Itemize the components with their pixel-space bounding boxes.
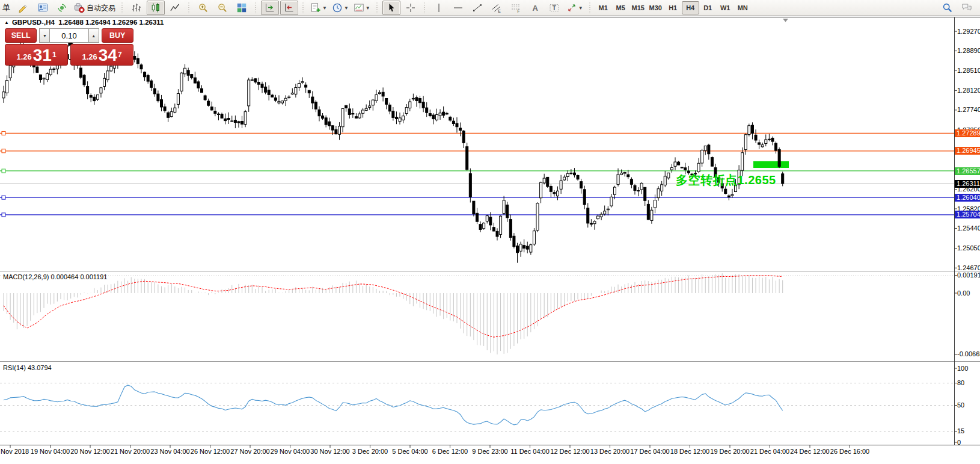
zoomin-icon xyxy=(198,2,209,13)
tf-h1[interactable]: H1 xyxy=(664,1,682,14)
mt4-window: 单自动交易▼▼▼EFAT▼M1M5M15M30H1H4D1W1MN ▲ GBPU… xyxy=(0,0,980,464)
search-icon xyxy=(942,2,953,13)
indicators-button[interactable]: ▼ xyxy=(308,1,329,15)
svg-text:A: A xyxy=(532,4,538,13)
cursor-button[interactable] xyxy=(382,1,400,15)
chart-symbol-period: GBPUSD-,H4 xyxy=(12,19,55,26)
bar-chart-button[interactable] xyxy=(127,1,145,15)
volume-decrease-button[interactable]: ▼ xyxy=(39,28,50,43)
vline-icon xyxy=(433,2,444,13)
ea-icon xyxy=(74,2,85,13)
chart-region: ▲ GBPUSD-,H4 1.26488 1.26494 1.26296 1.2… xyxy=(0,17,980,464)
tf-m1[interactable]: M1 xyxy=(595,1,612,14)
linechart-icon xyxy=(170,2,180,13)
vertical-line-button[interactable] xyxy=(430,1,448,15)
tf-m15[interactable]: M15 xyxy=(629,1,647,14)
channel-button[interactable]: E xyxy=(488,1,506,15)
chat-icon xyxy=(961,2,972,13)
autoscroll-icon xyxy=(265,2,275,13)
dropdown-caret-icon[interactable]: ▼ xyxy=(344,5,349,11)
buy-price-pips: 34 xyxy=(99,48,117,63)
svg-text:T: T xyxy=(553,5,556,11)
templates-button[interactable]: ▼ xyxy=(352,1,372,15)
clock-icon xyxy=(332,2,343,13)
indicators-icon xyxy=(310,2,321,13)
template-icon xyxy=(354,2,364,13)
chart-shift-button[interactable] xyxy=(280,1,298,15)
buy-price-point: 7 xyxy=(118,45,122,65)
volume-increase-button[interactable]: ▲ xyxy=(88,28,99,43)
terminal-button[interactable] xyxy=(34,1,52,15)
search-button[interactable] xyxy=(939,1,957,15)
toolbar-grip[interactable] xyxy=(588,2,592,14)
fibonacci-button[interactable]: F xyxy=(507,1,525,15)
label-icon: T xyxy=(549,2,560,13)
toolbar-grip[interactable] xyxy=(254,2,258,14)
label-button[interactable]: T xyxy=(545,1,563,15)
toolbar-cropped-text: 单 xyxy=(2,2,10,13)
signals-button[interactable] xyxy=(53,1,71,15)
arrows-icon xyxy=(566,2,577,13)
tf-mn[interactable]: MN xyxy=(734,1,752,14)
toolbar: 单自动交易▼▼▼EFAT▼M1M5M15M30H1H4D1W1MN xyxy=(0,0,980,16)
line-chart-button[interactable] xyxy=(166,1,184,15)
zoomout-icon xyxy=(217,2,228,13)
channel-icon: E xyxy=(491,2,502,13)
styles-button[interactable] xyxy=(14,1,32,15)
text-icon: A xyxy=(530,2,541,13)
chart-title-bar[interactable]: ▲ GBPUSD-,H4 1.26488 1.26494 1.26296 1.2… xyxy=(4,19,164,26)
buy-price-major: 1.26 xyxy=(82,51,97,63)
toolbar-grip[interactable] xyxy=(375,2,379,14)
tf-d1[interactable]: D1 xyxy=(699,1,717,14)
barchart-icon xyxy=(131,2,142,13)
terminal-icon xyxy=(37,2,48,13)
fibo-icon: F xyxy=(510,2,521,13)
buy-price-tile[interactable]: 1.26 34 7 xyxy=(70,44,133,66)
tiles-icon xyxy=(236,2,247,13)
sell-price-pips: 31 xyxy=(33,48,52,63)
arrows-button[interactable]: ▼ xyxy=(565,1,585,15)
dropdown-caret-icon[interactable]: ▼ xyxy=(322,5,327,11)
tf-h4[interactable]: H4 xyxy=(682,1,699,14)
cursor-icon xyxy=(386,2,397,13)
candles-icon xyxy=(150,2,161,13)
crosshair-icon xyxy=(405,2,416,13)
chart-canvas[interactable] xyxy=(0,17,980,464)
hline-icon xyxy=(453,2,464,13)
sell-button[interactable]: SELL xyxy=(5,28,37,43)
buy-button[interactable]: BUY xyxy=(102,28,133,43)
tf-w1[interactable]: W1 xyxy=(717,1,734,14)
chat-button[interactable] xyxy=(958,1,976,15)
horizontal-line-button[interactable] xyxy=(449,1,467,15)
text-button[interactable]: A xyxy=(526,1,544,15)
tf-m5[interactable]: M5 xyxy=(612,1,629,14)
signal-icon xyxy=(57,2,67,13)
trend-icon xyxy=(472,2,483,13)
crosshair-button[interactable] xyxy=(402,1,420,15)
svg-text:F: F xyxy=(517,9,519,13)
tf-m30[interactable]: M30 xyxy=(647,1,664,14)
toolbar-grip[interactable] xyxy=(120,2,124,14)
autotrading-button[interactable]: 自动交易 xyxy=(72,1,117,15)
periods-button[interactable]: ▼ xyxy=(330,1,351,15)
sell-price-point: 1 xyxy=(52,45,57,65)
crayon-icon xyxy=(18,2,29,13)
toolbar-grip[interactable] xyxy=(187,2,191,14)
sell-price-tile[interactable]: 1.26 31 1 xyxy=(5,44,68,66)
zoom-in-button[interactable] xyxy=(194,1,212,15)
toolbar-grip[interactable] xyxy=(301,2,305,14)
zoom-out-button[interactable] xyxy=(213,1,231,15)
candlestick-chart-button[interactable] xyxy=(147,1,165,15)
collapse-panel-icon[interactable]: ▲ xyxy=(4,20,9,25)
volume-input[interactable]: 0.10 xyxy=(50,28,88,43)
auto-scroll-button[interactable] xyxy=(261,1,279,15)
trendline-button[interactable] xyxy=(468,1,486,15)
sell-price-major: 1.26 xyxy=(16,51,31,63)
tile-windows-button[interactable] xyxy=(233,1,251,15)
shift-icon xyxy=(284,2,295,13)
dropdown-caret-icon[interactable]: ▼ xyxy=(366,5,370,11)
toolbar-grip[interactable] xyxy=(423,2,427,14)
dropdown-caret-icon[interactable]: ▼ xyxy=(578,5,583,11)
chart-ohlc-values: 1.26488 1.26494 1.26296 1.26311 xyxy=(58,19,164,26)
one-click-trading-panel: SELL ▼ 0.10 ▲ BUY 1.26 31 1 1.26 34 7 xyxy=(5,28,133,66)
